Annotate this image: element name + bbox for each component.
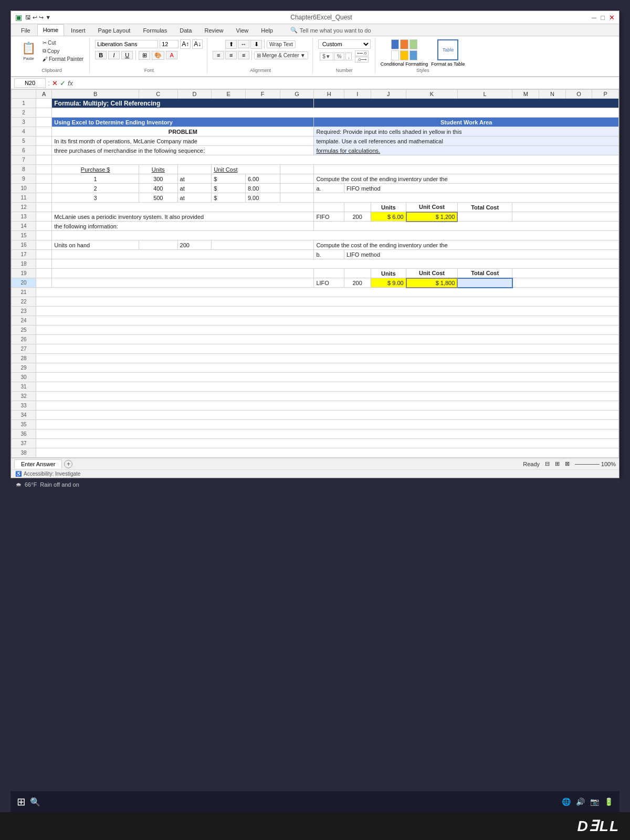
align-middle-button[interactable]: ↔ xyxy=(238,40,249,48)
cell-e8[interactable]: Unit Cost xyxy=(212,165,280,174)
number-format-select[interactable]: Custom xyxy=(318,39,371,49)
cell-k12[interactable]: Unit Cost xyxy=(406,203,458,212)
windows-start-button[interactable]: ⊞ xyxy=(17,795,26,808)
bold-button[interactable]: B xyxy=(95,51,107,59)
tab-review[interactable]: Review xyxy=(198,25,229,36)
cell-b4[interactable]: PROBLEM xyxy=(52,127,314,136)
cell-29[interactable] xyxy=(36,363,619,373)
name-box[interactable] xyxy=(14,78,46,88)
cell-h1[interactable] xyxy=(314,99,619,108)
cell-h19[interactable] xyxy=(314,269,344,278)
cell-b18[interactable] xyxy=(52,259,619,269)
col-header-h[interactable]: H xyxy=(314,90,344,99)
cell-35[interactable] xyxy=(36,420,619,429)
cell-22[interactable] xyxy=(36,297,619,307)
cell-a16[interactable] xyxy=(36,240,52,250)
cell-h20[interactable]: LIFO xyxy=(314,278,344,288)
cell-i19[interactable] xyxy=(344,269,371,278)
dollar-icon[interactable]: $▼ xyxy=(320,52,333,60)
cell-h10[interactable]: a. xyxy=(314,184,344,193)
cell-a3[interactable] xyxy=(36,118,52,127)
fill-color-button[interactable]: 🎨 xyxy=(152,51,164,60)
cut-button[interactable]: ✂ Cut xyxy=(41,39,85,46)
cell-h16[interactable]: Compute the cost of the ending inventory… xyxy=(314,240,619,250)
cell-a9[interactable] xyxy=(36,174,52,184)
formula-input[interactable] xyxy=(75,78,616,88)
cell-31[interactable] xyxy=(36,382,619,392)
cell-c9[interactable]: 300 xyxy=(139,174,177,184)
view-normal-icon[interactable]: ⊟ xyxy=(545,460,550,467)
tab-help[interactable]: Help xyxy=(255,25,279,36)
cell-l13[interactable] xyxy=(457,212,512,222)
cell-b11[interactable]: 3 xyxy=(52,193,139,203)
align-center-button[interactable]: ≡ xyxy=(225,51,237,59)
paste-button[interactable]: 📋 Paste xyxy=(18,39,39,63)
cell-21[interactable] xyxy=(36,288,619,297)
cell-b14[interactable]: the following information: xyxy=(52,222,314,231)
cell-j19[interactable]: Units xyxy=(371,269,406,278)
cell-b15[interactable] xyxy=(52,231,619,240)
cell-i13[interactable]: 200 xyxy=(344,212,371,222)
italic-button[interactable]: I xyxy=(108,51,120,59)
cell-a8[interactable] xyxy=(36,165,52,174)
col-header-o[interactable]: O xyxy=(565,90,592,99)
cell-l20[interactable] xyxy=(457,278,512,288)
cell-b3[interactable]: Using Excel to Determine Ending Inventor… xyxy=(52,118,314,127)
col-header-f[interactable]: F xyxy=(245,90,280,99)
cell-d10[interactable]: at xyxy=(177,184,212,193)
cell-h5[interactable]: template. Use a cell references and math… xyxy=(314,136,619,146)
cell-a18[interactable] xyxy=(36,259,52,269)
cell-a11[interactable] xyxy=(36,193,52,203)
minimize-btn[interactable]: ─ xyxy=(592,14,596,22)
tab-page-layout[interactable]: Page Layout xyxy=(92,25,136,36)
cell-b17[interactable] xyxy=(52,250,314,259)
cell-a15[interactable] xyxy=(36,231,52,240)
cell-h11[interactable] xyxy=(314,193,619,203)
align-top-button[interactable]: ⬆ xyxy=(225,40,237,49)
col-header-d[interactable]: D xyxy=(177,90,212,99)
cell-a1[interactable] xyxy=(36,99,52,108)
cell-d9[interactable]: at xyxy=(177,174,212,184)
cell-b6[interactable]: three purchases of merchandise in the fo… xyxy=(52,146,314,155)
cell-b10[interactable]: 2 xyxy=(52,184,139,193)
tab-home[interactable]: Home xyxy=(37,24,64,36)
cell-a20[interactable] xyxy=(36,278,52,288)
cell-b19[interactable] xyxy=(52,269,314,278)
col-header-j[interactable]: J xyxy=(371,90,406,99)
cell-a7[interactable] xyxy=(36,155,52,165)
cell-33[interactable] xyxy=(36,401,619,411)
col-header-i[interactable]: I xyxy=(344,90,371,99)
cell-26[interactable] xyxy=(36,335,619,344)
col-header-e[interactable]: E xyxy=(212,90,246,99)
cell-f11[interactable]: 9.00 xyxy=(245,193,280,203)
cell-c8[interactable]: Units xyxy=(139,165,177,174)
cell-b20[interactable] xyxy=(52,278,314,288)
cell-a14[interactable] xyxy=(36,222,52,231)
cell-h14[interactable] xyxy=(314,222,619,231)
cell-f10[interactable]: 8.00 xyxy=(245,184,280,193)
cell-h6[interactable]: formulas for calculations. xyxy=(314,146,619,155)
col-header-l[interactable]: L xyxy=(457,90,512,99)
cell-j12[interactable]: Units xyxy=(371,203,406,212)
cell-h4[interactable]: Required: Provide input into cells shade… xyxy=(314,127,619,136)
zoom-bar[interactable]: ────── 100% xyxy=(575,461,616,467)
wrap-text-button[interactable]: Wrap Text xyxy=(267,40,296,48)
cell-h3[interactable]: Student Work Area xyxy=(314,118,619,127)
tab-view[interactable]: View xyxy=(230,25,255,36)
cell-h13[interactable]: FIFO xyxy=(314,212,344,222)
border-button[interactable]: ⊞ xyxy=(139,51,150,60)
cell-i17[interactable]: LIFO method xyxy=(344,250,618,259)
cancel-formula-icon[interactable]: ✕ xyxy=(52,79,58,87)
cell-j13[interactable]: $ 6.00 xyxy=(371,212,406,222)
cell-24[interactable] xyxy=(36,316,619,326)
view-break-icon[interactable]: ⊠ xyxy=(565,460,570,467)
cell-38[interactable] xyxy=(36,448,619,458)
col-header-m[interactable]: M xyxy=(512,90,539,99)
cell-g8[interactable] xyxy=(280,165,314,174)
font-size-input[interactable] xyxy=(160,40,178,48)
cell-l19[interactable]: Total Cost xyxy=(457,269,512,278)
increase-decimal-btn[interactable]: ⟵.0 xyxy=(355,50,369,56)
cell-37[interactable] xyxy=(36,439,619,448)
tab-formulas[interactable]: Formulas xyxy=(137,25,173,36)
cell-h9[interactable]: Compute the cost of the ending inventory… xyxy=(314,174,619,184)
